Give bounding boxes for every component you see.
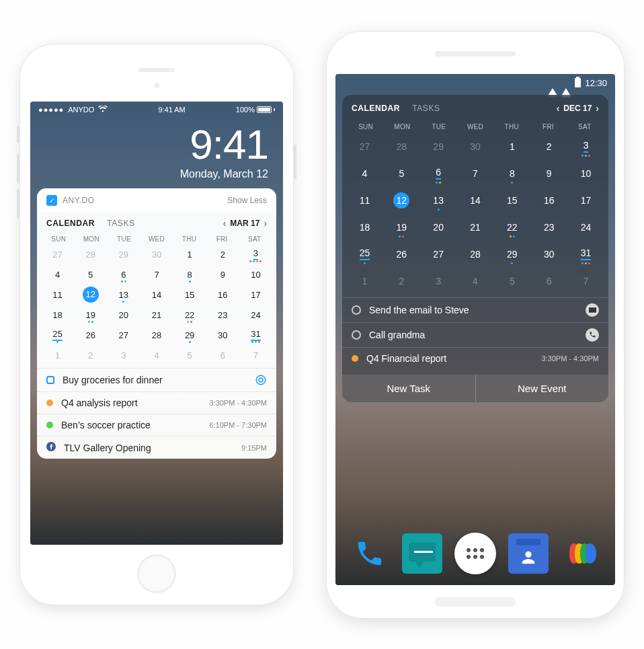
- calendar-day[interactable]: 11: [41, 284, 74, 305]
- calendar-day[interactable]: 11: [346, 187, 383, 214]
- task-checkbox-icon[interactable]: [46, 376, 54, 384]
- calendar-day[interactable]: 2: [530, 133, 567, 160]
- messages-app-icon[interactable]: [402, 533, 442, 574]
- calendar-day[interactable]: 4: [140, 345, 173, 365]
- home-button[interactable]: [137, 554, 176, 593]
- calendar-day[interactable]: 4: [346, 160, 383, 187]
- prev-month-button[interactable]: ‹: [223, 218, 227, 229]
- calendar-day[interactable]: 20: [420, 214, 457, 241]
- calendar-day[interactable]: 16: [206, 284, 239, 305]
- calendar-day[interactable]: 18: [346, 214, 383, 241]
- calendar-day[interactable]: 18: [41, 305, 74, 325]
- calendar-day[interactable]: 30: [530, 241, 567, 268]
- contacts-app-icon[interactable]: [508, 533, 549, 574]
- event-item[interactable]: Ben’s soccer practice6:10PM - 7:30PM: [37, 414, 276, 436]
- calendar-day[interactable]: 26: [383, 241, 420, 268]
- calendar-day[interactable]: 20: [107, 305, 140, 325]
- new-event-button[interactable]: New Event: [476, 375, 609, 402]
- calendar-day[interactable]: 26: [74, 325, 107, 345]
- task-item[interactable]: Send the email to Steve: [342, 298, 608, 322]
- new-task-button[interactable]: New Task: [342, 375, 476, 402]
- calendar-day[interactable]: 19: [74, 305, 107, 325]
- calendar-day[interactable]: 13: [420, 187, 457, 214]
- calendar-day[interactable]: 14: [457, 187, 494, 214]
- calendar-day[interactable]: 5: [493, 268, 530, 295]
- task-ring-icon[interactable]: [352, 305, 361, 315]
- calendar-day[interactable]: 1: [493, 133, 530, 160]
- calendar-day[interactable]: 7: [239, 345, 272, 365]
- calendar-day[interactable]: 3: [107, 345, 140, 365]
- calendar-day[interactable]: 7: [140, 264, 173, 284]
- calendar-day[interactable]: 29: [107, 244, 140, 264]
- calendar-day[interactable]: 15: [173, 284, 206, 305]
- calendar-day[interactable]: 25: [346, 241, 383, 268]
- tab-tasks[interactable]: TASKS: [412, 104, 440, 113]
- event-item[interactable]: TLV Gallery Opening9:15PM: [37, 436, 276, 459]
- calendar-day[interactable]: 1: [173, 244, 206, 264]
- calendar-day[interactable]: 28: [140, 325, 173, 345]
- calendar-day[interactable]: 21: [140, 305, 173, 325]
- tab-calendar[interactable]: CALENDAR: [46, 219, 95, 228]
- calendar-day[interactable]: 27: [41, 244, 74, 264]
- anydo-widget[interactable]: ✓ ANY.DO Show Less CALENDAR TASKS ‹ MAR …: [37, 188, 276, 459]
- calendar-day[interactable]: 30: [140, 244, 173, 264]
- prev-month-button[interactable]: ‹: [557, 103, 560, 114]
- calendar-day[interactable]: 6: [530, 268, 567, 295]
- anydo-widget[interactable]: CALENDAR TASKS ‹ DEC 17 › SUNMONTUEWEDTH…: [342, 95, 608, 402]
- calendar-day[interactable]: 24: [567, 214, 604, 241]
- calendar-day[interactable]: 12: [383, 187, 420, 214]
- calendar-day[interactable]: 6: [206, 345, 239, 365]
- calendar-day[interactable]: 2: [74, 345, 107, 365]
- calendar-day[interactable]: 12: [74, 284, 107, 305]
- calendar-day[interactable]: 7: [457, 160, 494, 187]
- calendar-day[interactable]: 23: [530, 214, 567, 241]
- calendar-day[interactable]: 17: [239, 284, 272, 305]
- calendar-day[interactable]: 25: [41, 325, 74, 345]
- calendar-day[interactable]: 6: [420, 160, 457, 187]
- calendar-day[interactable]: 17: [567, 187, 604, 214]
- calendar-day[interactable]: 13: [107, 284, 140, 305]
- next-month-button[interactable]: ›: [264, 218, 267, 229]
- app-drawer-button[interactable]: [454, 533, 496, 574]
- calendar-day[interactable]: 29: [420, 133, 457, 160]
- calendar-day[interactable]: 10: [567, 160, 604, 187]
- calendar-day[interactable]: 2: [383, 268, 420, 295]
- calendar-day[interactable]: 5: [173, 345, 206, 365]
- event-item[interactable]: Q4 Financial report3:30PM - 4:30PM: [342, 348, 608, 369]
- mail-icon[interactable]: [586, 303, 599, 317]
- task-item[interactable]: Call grandma: [342, 323, 608, 347]
- calendar-day[interactable]: 28: [383, 133, 420, 160]
- calendar-day[interactable]: 27: [107, 325, 140, 345]
- calendar-day[interactable]: 3: [420, 268, 457, 295]
- calendar-day[interactable]: 9: [530, 160, 567, 187]
- calendar-day[interactable]: 4: [41, 264, 74, 284]
- calendar-day[interactable]: 29: [173, 325, 206, 345]
- calendar-day[interactable]: 19: [383, 214, 420, 241]
- calendar-day[interactable]: 16: [530, 187, 567, 214]
- calendar-day[interactable]: 22: [493, 214, 530, 241]
- calendar-day[interactable]: 3: [239, 244, 272, 264]
- calendar-day[interactable]: 6: [107, 264, 140, 284]
- calendar-day[interactable]: 5: [383, 160, 420, 187]
- tab-tasks[interactable]: TASKS: [107, 219, 134, 228]
- calendar-day[interactable]: 15: [493, 187, 530, 214]
- calendar-day[interactable]: 22: [173, 305, 206, 325]
- calendar-day[interactable]: 1: [346, 268, 383, 295]
- calendar-day[interactable]: 27: [346, 133, 383, 160]
- tab-calendar[interactable]: CALENDAR: [352, 104, 400, 113]
- calendar-day[interactable]: 7: [567, 268, 604, 295]
- calendar-day[interactable]: 14: [140, 284, 173, 305]
- event-item[interactable]: Q4 analysis report3:30PM - 4:30PM: [37, 392, 276, 414]
- next-month-button[interactable]: ›: [596, 103, 599, 114]
- moment-icon[interactable]: [255, 374, 267, 386]
- phone-icon[interactable]: [586, 328, 599, 342]
- phone-app-icon[interactable]: [350, 533, 390, 574]
- calendar-day[interactable]: 8: [493, 160, 530, 187]
- calendar-day[interactable]: 2: [206, 244, 239, 264]
- calendar-day[interactable]: 27: [420, 241, 457, 268]
- wallet-app-icon[interactable]: [561, 533, 601, 574]
- calendar-day[interactable]: 29: [493, 241, 530, 268]
- calendar-day[interactable]: 23: [206, 305, 239, 325]
- calendar-day[interactable]: 8: [173, 264, 206, 284]
- calendar-day[interactable]: 28: [74, 244, 107, 264]
